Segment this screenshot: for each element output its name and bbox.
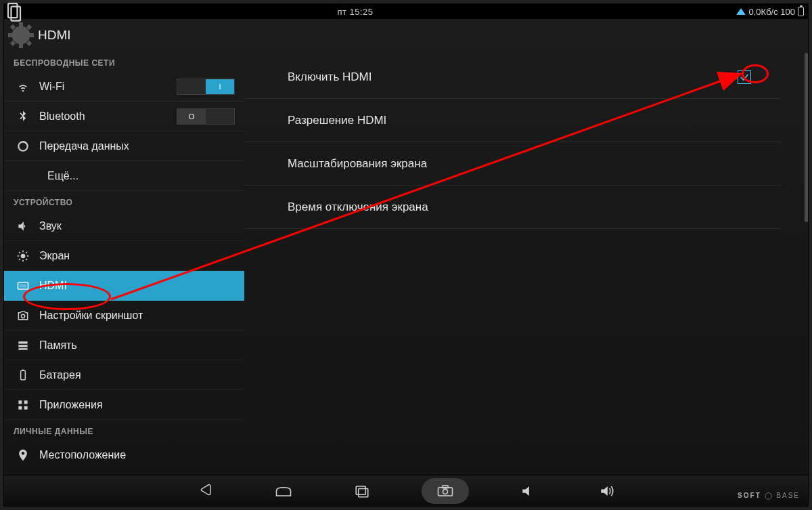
nav-home-button[interactable] (265, 478, 302, 504)
apps-icon (16, 398, 30, 412)
orientation-icon (4, 1, 24, 22)
svg-rect-17 (359, 488, 368, 496)
screenshot-label: Настройки скриншот (39, 310, 235, 322)
svg-rect-0 (8, 3, 18, 18)
battery-icon (16, 368, 30, 382)
svg-rect-14 (18, 406, 22, 409)
enable-hdmi-label: Включить HDMI (288, 70, 371, 84)
svg-rect-16 (356, 486, 365, 494)
more-label: Ещё... (39, 170, 235, 182)
nav-volume-down-button[interactable] (510, 478, 547, 504)
sidebar-item-apps[interactable]: Приложения (4, 390, 244, 420)
svg-rect-9 (18, 348, 27, 350)
svg-rect-1 (12, 7, 21, 21)
setting-screen-scale[interactable]: Масштабирования экрана (244, 142, 781, 186)
sidebar-item-battery[interactable]: Батарея (4, 360, 244, 390)
svg-rect-11 (22, 369, 24, 370)
timeout-label: Время отключения экрана (288, 200, 428, 214)
wifi-toggle[interactable]: I (177, 79, 235, 95)
svg-rect-8 (18, 345, 27, 347)
wifi-label: Wi-Fi (39, 81, 167, 93)
location-icon (16, 448, 30, 462)
svg-rect-7 (18, 341, 27, 343)
enable-hdmi-checkbox[interactable] (738, 70, 751, 84)
bluetooth-toggle[interactable]: O (177, 108, 235, 125)
hdmi-label: HDMI (39, 280, 235, 292)
svg-rect-15 (24, 406, 28, 409)
sidebar-item-storage[interactable]: Память (4, 331, 244, 360)
location-label: Местоположение (39, 449, 235, 461)
header-title: HDMI (38, 28, 71, 43)
battery-icon (798, 7, 804, 16)
sidebar-item-hdmi[interactable]: HDMI (4, 271, 244, 301)
nav-recents-button[interactable] (343, 478, 381, 504)
sidebar-item-data-usage[interactable]: Передача данных (4, 131, 244, 161)
settings-sidebar: БЕСПРОВОДНЫЕ СЕТИ Wi-Fi I Bluetooth O (4, 51, 244, 475)
sound-icon (16, 219, 30, 233)
nav-volume-up-button[interactable] (588, 478, 626, 504)
bluetooth-label: Bluetooth (39, 110, 167, 123)
sidebar-item-sound[interactable]: Звук (4, 211, 244, 241)
bluetooth-icon (16, 110, 30, 123)
section-personal: ЛИЧНЫЕ ДАННЫЕ (4, 420, 244, 440)
scrollbar[interactable] (805, 53, 808, 222)
wifi-icon (16, 80, 30, 93)
scale-label: Масштабирования экрана (288, 157, 427, 171)
section-wireless: БЕСПРОВОДНЫЕ СЕТИ (4, 51, 244, 72)
data-usage-icon (16, 140, 30, 153)
status-right: 0,0Кб/с 100 (686, 7, 808, 17)
status-time: пт 15:25 (24, 7, 686, 17)
svg-point-6 (21, 314, 24, 318)
wifi-status-icon (736, 8, 746, 15)
watermark: SOFT ◯ BASE (738, 492, 800, 499)
svg-rect-20 (443, 486, 449, 488)
data-label: Передача данных (39, 140, 235, 152)
svg-point-19 (443, 489, 448, 494)
camera-icon (16, 309, 30, 322)
svg-point-3 (21, 253, 26, 258)
system-navbar (4, 475, 808, 506)
storage-label: Память (39, 339, 235, 352)
sidebar-item-location[interactable]: Местоположение (4, 440, 244, 470)
nav-screenshot-button[interactable] (422, 478, 469, 504)
sidebar-item-more[interactable]: Ещё... (4, 161, 244, 191)
setting-screen-timeout[interactable]: Время отключения экрана (244, 186, 781, 229)
svg-rect-13 (24, 400, 28, 404)
brightness-icon (16, 249, 30, 263)
svg-rect-10 (21, 370, 26, 379)
hdmi-icon (16, 279, 30, 293)
detail-pane: Включить HDMI Разрешение HDMI Масштабиро… (244, 51, 808, 475)
setting-enable-hdmi[interactable]: Включить HDMI (244, 56, 781, 99)
sound-label: Звук (39, 220, 235, 232)
battery-label: Батарея (39, 369, 235, 381)
sidebar-item-wifi[interactable]: Wi-Fi I (4, 72, 244, 102)
resolution-label: Разрешение HDMI (288, 114, 386, 127)
setting-hdmi-resolution[interactable]: Разрешение HDMI (244, 99, 781, 142)
svg-rect-5 (20, 284, 26, 287)
status-bar: пт 15:25 0,0Кб/с 100 (4, 4, 808, 19)
nav-back-button[interactable] (186, 478, 224, 504)
storage-icon (16, 339, 30, 352)
status-net-text: 0,0Кб/с 100 (748, 7, 795, 17)
sidebar-item-screenshot[interactable]: Настройки скриншот (4, 301, 244, 331)
app-header: HDMI (4, 19, 808, 51)
section-device: УСТРОЙСТВО (4, 191, 244, 211)
settings-gear-icon (12, 26, 30, 44)
svg-rect-12 (18, 400, 22, 404)
sidebar-item-display[interactable]: Экран (4, 241, 244, 271)
sidebar-item-bluetooth[interactable]: Bluetooth O (4, 102, 244, 131)
display-label: Экран (39, 250, 235, 262)
apps-label: Приложения (39, 399, 235, 411)
